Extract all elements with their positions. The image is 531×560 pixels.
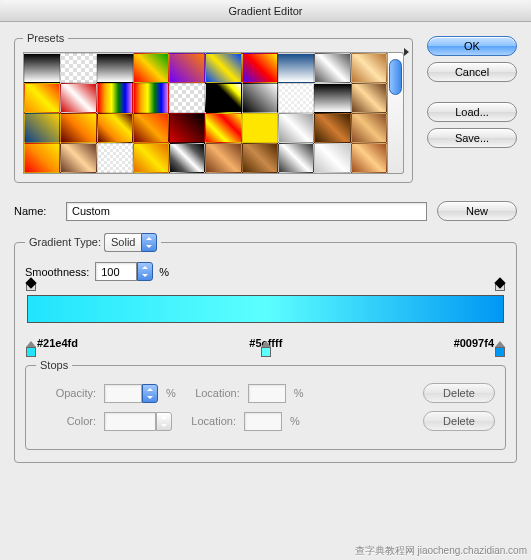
color-field <box>104 412 172 431</box>
preset-swatch[interactable] <box>24 143 60 173</box>
color-stop-1[interactable] <box>26 341 36 357</box>
preset-swatch[interactable] <box>133 53 169 83</box>
delete-opacity-stop-button: Delete <box>423 383 495 403</box>
preset-swatch[interactable] <box>133 113 169 143</box>
preset-swatch[interactable] <box>169 143 205 173</box>
preset-swatch[interactable] <box>24 113 60 143</box>
color-input <box>104 412 156 431</box>
preset-swatch[interactable] <box>205 53 241 83</box>
presets-legend: Presets <box>23 32 68 44</box>
opacity-stop-left[interactable] <box>26 281 36 293</box>
delete-color-stop-button: Delete <box>423 411 495 431</box>
stops-fieldset: Stops Opacity: % Location: % Delete Colo… <box>25 359 506 450</box>
preset-swatch[interactable] <box>60 53 96 83</box>
location1-input <box>248 384 286 403</box>
gradient-type-fieldset: Gradient Type: Solid Smoothness: % <box>14 233 517 463</box>
preset-swatch[interactable] <box>242 143 278 173</box>
preset-swatch[interactable] <box>60 143 96 173</box>
gradient-type-legend: Gradient Type: Solid <box>25 233 161 252</box>
load-button[interactable]: Load... <box>427 102 517 122</box>
opacity-stop-right[interactable] <box>495 281 505 293</box>
window-title: Gradient Editor <box>229 5 303 17</box>
preset-swatch[interactable] <box>97 83 133 113</box>
preset-swatch[interactable] <box>351 83 387 113</box>
preset-swatch[interactable] <box>24 53 60 83</box>
gradient-type-popup[interactable]: Solid <box>104 233 157 252</box>
preset-swatch[interactable] <box>278 83 314 113</box>
color-stop-2[interactable] <box>261 341 271 357</box>
preset-swatch[interactable] <box>133 83 169 113</box>
preset-swatch[interactable] <box>314 83 350 113</box>
preset-swatch[interactable] <box>205 113 241 143</box>
gradient-bar[interactable] <box>27 295 504 323</box>
scrollbar-thumb[interactable] <box>389 59 402 95</box>
location1-label: Location: <box>184 387 240 399</box>
color-label-3: #0097f4 <box>454 337 494 349</box>
preset-swatches[interactable] <box>23 52 388 174</box>
popup-arrows-icon <box>141 233 157 252</box>
opacity-label: Opacity: <box>36 387 96 399</box>
preset-swatch[interactable] <box>133 143 169 173</box>
stepper-arrows-icon <box>156 412 172 431</box>
preset-swatch[interactable] <box>24 83 60 113</box>
preset-swatch[interactable] <box>278 53 314 83</box>
preset-swatch[interactable] <box>60 113 96 143</box>
stops-legend: Stops <box>36 359 72 371</box>
color-stop-3[interactable] <box>495 341 505 357</box>
presets-fieldset: Presets <box>14 32 413 183</box>
preset-swatch[interactable] <box>242 53 278 83</box>
color-label: Color: <box>36 415 96 427</box>
preset-swatch[interactable] <box>278 113 314 143</box>
preset-swatch[interactable] <box>351 143 387 173</box>
preset-swatch[interactable] <box>351 113 387 143</box>
opacity-field <box>104 384 158 403</box>
gradient-editor-area[interactable] <box>27 295 504 323</box>
save-button[interactable]: Save... <box>427 128 517 148</box>
preset-swatch[interactable] <box>97 53 133 83</box>
preset-swatch[interactable] <box>314 113 350 143</box>
cancel-button[interactable]: Cancel <box>427 62 517 82</box>
preset-swatch[interactable] <box>169 113 205 143</box>
preset-swatch[interactable] <box>60 83 96 113</box>
preset-swatch[interactable] <box>205 83 241 113</box>
smoothness-label: Smoothness: <box>25 266 89 278</box>
ok-button[interactable]: OK <box>427 36 517 56</box>
preset-swatch[interactable] <box>314 53 350 83</box>
window: Gradient Editor Presets OK Cancel Load..… <box>0 0 531 560</box>
preset-swatch[interactable] <box>242 83 278 113</box>
location2-label: Location: <box>180 415 236 427</box>
watermark: 查字典教程网 jiaocheng.chazidian.com <box>355 544 527 558</box>
location2-input <box>244 412 282 431</box>
opacity-input <box>104 384 142 403</box>
name-label: Name: <box>14 205 56 217</box>
smoothness-input[interactable] <box>95 262 137 281</box>
stepper-arrows-icon <box>142 384 158 403</box>
preset-swatch[interactable] <box>278 143 314 173</box>
preset-swatch[interactable] <box>97 113 133 143</box>
smoothness-unit: % <box>159 266 169 278</box>
preset-swatch[interactable] <box>242 113 278 143</box>
preset-swatch[interactable] <box>169 53 205 83</box>
preset-swatch[interactable] <box>205 143 241 173</box>
preset-swatch[interactable] <box>97 143 133 173</box>
preset-swatch[interactable] <box>351 53 387 83</box>
new-button[interactable]: New <box>437 201 517 221</box>
preset-swatch[interactable] <box>169 83 205 113</box>
preset-swatch[interactable] <box>314 143 350 173</box>
smoothness-stepper[interactable] <box>95 262 153 281</box>
content: Presets OK Cancel Load... Save... Name: <box>0 22 531 473</box>
titlebar: Gradient Editor <box>0 0 531 22</box>
stepper-arrows-icon <box>137 262 153 281</box>
color-label-1: #21e4fd <box>37 337 78 349</box>
presets-scrollbar[interactable] <box>388 52 404 174</box>
name-input[interactable] <box>66 202 427 221</box>
